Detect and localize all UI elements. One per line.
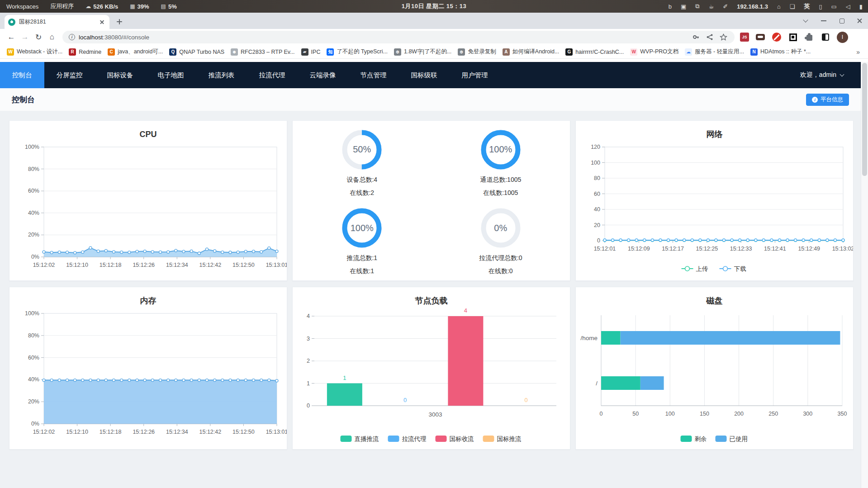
minimize-button[interactable]: [820, 17, 827, 24]
svg-text:350: 350: [838, 411, 847, 417]
reload-icon[interactable]: ↻: [32, 30, 45, 44]
cpu-usage: ▦ 39%: [130, 3, 149, 10]
url-text[interactable]: localhost:38080/#/console: [79, 34, 149, 41]
bookmark-item[interactable]: ▰IPC: [298, 47, 324, 57]
github-favicon: G: [565, 48, 573, 56]
page-scrollbar[interactable]: [861, 62, 868, 488]
app-nav-bar: 控制台分屏监控国标设备电子地图推流列表拉流代理云端录像节点管理国标级联用户管理 …: [0, 62, 861, 88]
svg-text:50: 50: [632, 411, 639, 417]
bookmark-item[interactable]: ⊕1.8W字|了不起的...: [391, 47, 455, 57]
site-info-icon[interactable]: i: [69, 34, 75, 40]
svg-text:15:13:01: 15:13:01: [266, 429, 287, 435]
svg-text:250: 250: [768, 411, 778, 417]
window-controls: [802, 13, 863, 29]
bookmark-item[interactable]: WWebstack - 设计...: [4, 47, 66, 57]
tab-search-chevron-icon[interactable]: [802, 17, 809, 24]
bookmark-item[interactable]: A如何编译Android...: [499, 47, 563, 57]
bookmarks-overflow-icon[interactable]: »: [852, 48, 864, 56]
extensions-puzzle-icon[interactable]: [804, 32, 814, 42]
nav-item-push-list[interactable]: 推流列表: [196, 62, 247, 88]
bookmark-item[interactable]: Ghairrrrr/C-CrashC...: [562, 47, 627, 57]
ip-address-indicator[interactable]: 192.168.1.3: [737, 3, 768, 10]
color-picker-icon[interactable]: ✐: [723, 3, 728, 10]
svg-text:15:12:02: 15:12:02: [33, 262, 55, 268]
webstack-favicon: W: [7, 48, 14, 56]
svg-text:15:12:41: 15:12:41: [764, 246, 786, 252]
workspaces-menu[interactable]: Workspaces: [6, 3, 38, 10]
svg-text:15:12:10: 15:12:10: [66, 429, 88, 435]
forward-icon[interactable]: →: [18, 30, 32, 44]
legend-item[interactable]: 直播推流: [341, 436, 379, 442]
battery-icon[interactable]: ▮: [859, 3, 863, 10]
nav-item-e-map[interactable]: 电子地图: [146, 62, 196, 88]
back-icon[interactable]: ←: [5, 30, 18, 44]
nav-item-user-manage[interactable]: 用户管理: [450, 62, 500, 88]
workspace-switcher-icon[interactable]: ❏: [790, 3, 795, 10]
tab-close-icon[interactable]: [99, 19, 106, 26]
address-bar[interactable]: i localhost:38080/#/console: [62, 31, 735, 43]
display-icon[interactable]: ▭: [831, 3, 837, 10]
bookmark-item[interactable]: NHDAtmos :: 种子 *...: [747, 47, 814, 57]
caffeine-icon[interactable]: ☕: [709, 3, 714, 10]
legend-item[interactable]: 国标推流: [483, 436, 522, 442]
bookmark-star-icon[interactable]: [718, 32, 728, 42]
browser-tab[interactable]: 国标28181: [5, 15, 109, 29]
legend-item[interactable]: 拉流代理: [388, 436, 427, 442]
nav-item-split-monitor[interactable]: 分屏监控: [44, 62, 95, 88]
screenshot-tool-icon[interactable]: ▣: [681, 3, 686, 10]
platform-info-button[interactable]: i 平台信息: [806, 94, 849, 106]
legend-item[interactable]: 国标收流: [436, 436, 474, 442]
hdatmos-favicon: N: [750, 48, 758, 56]
new-tab-button[interactable]: [113, 15, 126, 28]
incognito-mask-icon[interactable]: [755, 32, 765, 42]
svg-text:60: 60: [594, 191, 600, 197]
scrollbar-thumb[interactable]: [862, 63, 867, 176]
bookmark-item[interactable]: Cjava、android可...: [104, 47, 166, 57]
bookmark-item[interactable]: ☁服务器 - 轻量应用...: [682, 47, 747, 57]
bookmark-item[interactable]: WWVP-PRO文档: [627, 47, 682, 57]
clipboard-icon[interactable]: ⧉: [695, 3, 699, 10]
user-menu[interactable]: 欢迎，admin: [800, 71, 861, 79]
frame-capture-icon[interactable]: [788, 32, 798, 42]
restore-button[interactable]: [838, 17, 845, 24]
js-extension-icon[interactable]: JS: [740, 33, 749, 42]
nav-item-console[interactable]: 控制台: [0, 62, 44, 88]
nav-item-gb-device[interactable]: 国标设备: [95, 62, 146, 88]
password-key-icon[interactable]: [691, 32, 701, 42]
network-chart: 网络02040608010012015:12:0115:12:0915:12:1…: [576, 121, 853, 280]
node-load-card: 节点负载0123410403003直播推流拉流代理国标收流国标推流: [292, 287, 570, 450]
close-button[interactable]: [856, 17, 863, 24]
bookmark-item[interactable]: RRedmine: [66, 47, 104, 57]
home-icon[interactable]: ⌂: [777, 3, 781, 10]
nav-item-node-manage[interactable]: 节点管理: [348, 62, 399, 88]
svg-text:拉流代理: 拉流代理: [402, 436, 427, 442]
adblock-icon[interactable]: [772, 32, 782, 42]
volume-icon[interactable]: ◁: [846, 3, 850, 10]
browser-home-icon[interactable]: ⌂: [45, 30, 59, 44]
share-icon[interactable]: [705, 32, 715, 42]
phone-link-icon[interactable]: ▯: [819, 3, 822, 10]
bookmark-item[interactable]: 知了不起的 TypeScri...: [323, 47, 391, 57]
bookmark-item[interactable]: ☻RFC2833 – RTP Ev...: [228, 47, 298, 57]
legend-item[interactable]: 剩余: [681, 436, 707, 442]
side-panel-icon[interactable]: [821, 32, 830, 42]
cpu-usage-value: 39%: [138, 3, 149, 10]
browser-menu-kebab-icon[interactable]: [854, 33, 862, 41]
legend-item[interactable]: 下载: [720, 265, 747, 272]
legend-item[interactable]: 已使用: [716, 436, 748, 442]
globe-favicon: ⊕: [394, 48, 401, 56]
memory-card-icon: ▤: [161, 3, 166, 9]
nav-item-cloud-record[interactable]: 云端录像: [298, 62, 348, 88]
profile-avatar[interactable]: I: [837, 32, 848, 43]
clock[interactable]: 1月10日 星期二 15：13: [402, 2, 466, 10]
bookmark-item[interactable]: ⊕免登录复制: [455, 47, 499, 57]
input-method-indicator[interactable]: 英: [804, 2, 810, 10]
nav-item-gb-cascade[interactable]: 国标级联: [399, 62, 450, 88]
bookmark-item[interactable]: QQNAP Turbo NAS: [166, 47, 228, 57]
svg-text:0: 0: [600, 411, 603, 417]
bing-icon[interactable]: b: [669, 3, 672, 10]
svg-text:20%: 20%: [28, 232, 39, 238]
legend-item[interactable]: 上传: [682, 265, 708, 272]
applications-menu[interactable]: 应用程序: [50, 2, 74, 10]
nav-item-pull-proxy[interactable]: 拉流代理: [247, 62, 298, 88]
